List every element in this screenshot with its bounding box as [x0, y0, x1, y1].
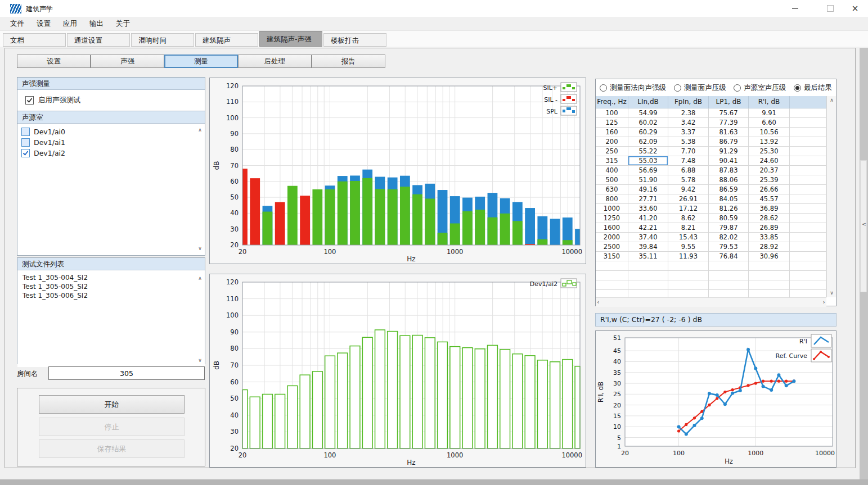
- menu-item-4[interactable]: 关于: [110, 17, 136, 30]
- table-cell[interactable]: 24.60: [749, 156, 790, 166]
- scroll-down-icon[interactable]: ∨: [196, 244, 204, 253]
- table-cell[interactable]: 7.48: [668, 156, 709, 166]
- table-cell[interactable]: 15.43: [668, 233, 709, 242]
- table-cell[interactable]: 42.21: [628, 223, 668, 233]
- table-cell[interactable]: 13.92: [749, 137, 790, 147]
- table-cell[interactable]: 36.89: [749, 204, 790, 214]
- table-cell[interactable]: 800: [596, 194, 628, 204]
- table-cell[interactable]: 2500: [596, 242, 628, 252]
- table-cell[interactable]: 30.96: [749, 252, 790, 261]
- table-row[interactable]: 160042.218.2179.8726.89: [596, 223, 826, 233]
- main-tab-0[interactable]: 文档: [3, 33, 66, 47]
- table-cell[interactable]: [790, 147, 826, 156]
- start-button[interactable]: 开始: [39, 395, 185, 414]
- file-item-2[interactable]: Test 1_305-006_SI2: [17, 291, 205, 300]
- table-row[interactable]: [596, 290, 826, 297]
- table-cell[interactable]: 9.55: [668, 242, 709, 252]
- table-cell[interactable]: [790, 242, 826, 252]
- table-cell[interactable]: [596, 271, 628, 280]
- table-cell[interactable]: [790, 290, 826, 297]
- scroll-down-icon[interactable]: ∨: [196, 356, 204, 365]
- table-cell[interactable]: 84.05: [709, 194, 749, 204]
- table-cell[interactable]: 3150: [596, 252, 628, 261]
- minimize-button[interactable]: [782, 0, 808, 17]
- subtab-3[interactable]: 后处理: [238, 55, 312, 68]
- table-cell[interactable]: [628, 271, 668, 280]
- table-row[interactable]: 315035.1111.9376.8430.96: [596, 252, 826, 261]
- table-cell[interactable]: [628, 280, 668, 290]
- table-cell[interactable]: 100: [596, 108, 628, 118]
- table-cell[interactable]: 51.90: [628, 175, 668, 185]
- scroll-left-icon[interactable]: ‹: [597, 298, 599, 307]
- table-cell[interactable]: 5.38: [668, 137, 709, 147]
- table-cell[interactable]: 60.29: [628, 128, 668, 137]
- main-tab-4[interactable]: 建筑隔声-声强: [259, 31, 322, 47]
- table-cell[interactable]: 11.93: [668, 252, 709, 261]
- table-cell[interactable]: 8.21: [668, 223, 709, 233]
- table-cell[interactable]: [668, 280, 709, 290]
- table-row[interactable]: 63049.169.4286.5926.66: [596, 185, 826, 194]
- table-cell[interactable]: 90.41: [709, 156, 749, 166]
- room-name-input[interactable]: [48, 366, 205, 380]
- table-cell[interactable]: 28.62: [749, 214, 790, 223]
- table-cell[interactable]: 55.22: [628, 147, 668, 156]
- table-cell[interactable]: 49.16: [628, 185, 668, 194]
- table-cell[interactable]: 81.63: [709, 128, 749, 137]
- table-cell[interactable]: 27.71: [628, 194, 668, 204]
- table-cell[interactable]: 91.29: [709, 147, 749, 156]
- enable-intensity-checkbox[interactable]: 启用声强测试: [17, 90, 205, 111]
- scroll-up-icon[interactable]: ∧: [196, 126, 204, 134]
- menu-item-2[interactable]: 应用: [57, 17, 83, 30]
- table-cell[interactable]: 5.78: [668, 175, 709, 185]
- table-cell[interactable]: [749, 271, 790, 280]
- save-results-button[interactable]: 保存结果: [39, 439, 185, 458]
- table-cell[interactable]: 25.39: [749, 175, 790, 185]
- table-cell[interactable]: 45.57: [749, 194, 790, 204]
- table-row[interactable]: 50051.905.7888.0625.39: [596, 175, 826, 185]
- table-row[interactable]: 12560.023.4277.396.60: [596, 118, 826, 128]
- table-cell[interactable]: 20.37: [749, 166, 790, 175]
- table-cell[interactable]: 6.88: [668, 166, 709, 175]
- table-cell[interactable]: 88.06: [709, 175, 749, 185]
- table-cell[interactable]: 87.83: [709, 166, 749, 175]
- panel-collapse-handle[interactable]: <: [860, 160, 867, 292]
- table-cell[interactable]: 1250: [596, 214, 628, 223]
- main-tab-5[interactable]: 楼板打击: [323, 33, 386, 47]
- table-cell[interactable]: 82.02: [709, 233, 749, 242]
- table-cell[interactable]: 500: [596, 175, 628, 185]
- menu-item-0[interactable]: 文件: [5, 17, 30, 30]
- table-cell[interactable]: 2000: [596, 233, 628, 242]
- table-cell[interactable]: [628, 290, 668, 297]
- table-row[interactable]: 250039.849.5579.5328.92: [596, 242, 826, 252]
- table-cell[interactable]: [596, 261, 628, 271]
- table-cell[interactable]: 81.26: [709, 204, 749, 214]
- table-cell[interactable]: [790, 204, 826, 214]
- main-tab-3[interactable]: 建筑隔声: [195, 33, 258, 47]
- table-cell[interactable]: 3.42: [668, 118, 709, 128]
- table-row[interactable]: 20062.095.3886.7913.92: [596, 137, 826, 147]
- table-row[interactable]: 200037.4015.4382.0233.85: [596, 233, 826, 242]
- table-vertical-scrollbar[interactable]: ∧ ∨: [826, 96, 836, 297]
- table-cell[interactable]: [628, 261, 668, 271]
- table-row[interactable]: [596, 280, 826, 290]
- table-cell[interactable]: [709, 271, 749, 280]
- table-cell[interactable]: [749, 261, 790, 271]
- table-cell[interactable]: [749, 290, 790, 297]
- stop-button[interactable]: 停止: [39, 418, 185, 436]
- table-row[interactable]: 25055.227.7091.2925.30: [596, 147, 826, 156]
- table-cell[interactable]: 125: [596, 118, 628, 128]
- table-horizontal-scrollbar[interactable]: ‹ ›: [596, 297, 826, 307]
- table-cell[interactable]: [596, 290, 628, 297]
- table-row[interactable]: 31555.037.4890.4124.60: [596, 156, 826, 166]
- table-cell[interactable]: 26.91: [668, 194, 709, 204]
- table-cell[interactable]: 39.84: [628, 242, 668, 252]
- table-cell[interactable]: [790, 118, 826, 128]
- main-tab-2[interactable]: 混响时间: [131, 33, 194, 47]
- table-cell[interactable]: [709, 261, 749, 271]
- table-cell[interactable]: [790, 280, 826, 290]
- table-cell[interactable]: 3.37: [668, 128, 709, 137]
- table-cell[interactable]: 76.84: [709, 252, 749, 261]
- table-cell[interactable]: [790, 233, 826, 242]
- table-cell[interactable]: [790, 166, 826, 175]
- channel-item-0[interactable]: Dev1/ai0: [17, 124, 205, 137]
